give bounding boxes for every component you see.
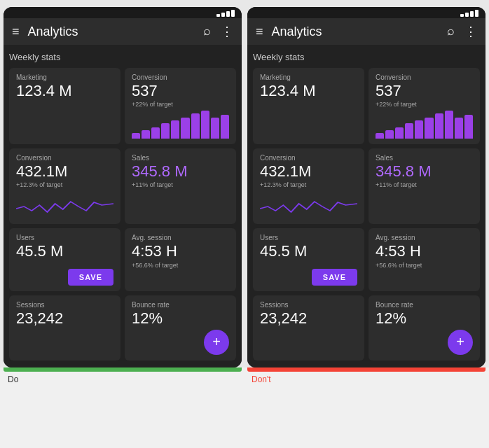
sales-value: 345.8 M: [132, 163, 229, 180]
bar-10-dont: [464, 115, 473, 139]
marketing-label: Marketing: [16, 74, 113, 81]
bar-2-dont: [385, 130, 394, 139]
bar-1-dont: [376, 133, 384, 139]
conversion-main-card-dont: Conversion 432.1M +12.3% of target: [253, 148, 364, 224]
bar-6: [181, 118, 189, 139]
conversion-top-value-dont: 537: [376, 83, 473, 99]
signal-dots-dont: [460, 10, 478, 17]
line-chart-dont: [260, 191, 357, 218]
menu-icon-dont[interactable]: ≡: [256, 24, 263, 39]
bounce-rate-card: Bounce rate 12% +: [125, 295, 236, 360]
more-icon[interactable]: ⋮: [221, 24, 233, 39]
search-icon[interactable]: ⌕: [203, 24, 211, 39]
line-chart: [16, 191, 113, 218]
sales-value-dont: 345.8 M: [376, 163, 473, 180]
signal-dot-1: [460, 14, 464, 17]
search-icon-dont[interactable]: ⌕: [447, 24, 455, 39]
bar-8-dont: [445, 111, 453, 139]
menu-icon[interactable]: ≡: [12, 24, 20, 39]
signal-dot-1: [216, 14, 220, 17]
conversion-main-card: Conversion 432.1M +12.3% of target: [9, 148, 120, 224]
marketing-value-dont: 123.4 M: [260, 83, 357, 99]
toolbar-title-dont: Analytics: [272, 24, 439, 39]
content-dont: Weekly stats Marketing 123.4 M Conversio…: [247, 45, 485, 368]
line-chart-svg: [16, 191, 113, 216]
signal-dots: [216, 10, 235, 17]
bar-5: [171, 120, 179, 139]
bar-8: [201, 111, 209, 139]
users-card: Users 45.5 M SAVE: [9, 228, 120, 290]
sales-label-dont: Sales: [376, 154, 473, 162]
conversion-top-card: Conversion 537 +22% of target: [125, 68, 236, 144]
signal-dot-3: [226, 11, 230, 17]
line-chart-svg-dont: [260, 191, 357, 216]
sessions-value-dont: 23,242: [260, 310, 357, 327]
phone-dont: ≡ Analytics ⌕ ⋮ Weekly stats Marketing 1…: [247, 7, 485, 368]
sessions-label: Sessions: [16, 301, 113, 309]
toolbar-do: ≡ Analytics ⌕ ⋮: [4, 18, 242, 45]
bar-3: [151, 127, 160, 139]
toolbar-icons-dont: ⌕ ⋮: [447, 24, 477, 39]
conversion-main-subtitle-dont: +12.3% of target: [260, 181, 357, 188]
avg-session-subtitle: +56.6% of target: [132, 262, 229, 269]
toolbar-icons: ⌕ ⋮: [203, 24, 233, 39]
conversion-top-value: 537: [132, 83, 229, 99]
bar-3-dont: [395, 127, 404, 139]
main-container: ≡ Analytics ⌕ ⋮ Weekly stats Marketing 1…: [0, 0, 489, 387]
bar-chart: [132, 111, 229, 139]
fab-button[interactable]: +: [204, 330, 229, 355]
avg-session-value: 4:53 H: [132, 243, 229, 260]
conversion-top-label: Conversion: [132, 74, 229, 81]
sales-label: Sales: [132, 154, 229, 162]
phone-do: ≡ Analytics ⌕ ⋮ Weekly stats Marketing 1…: [4, 7, 242, 368]
save-button-dont[interactable]: SAVE: [312, 269, 357, 286]
fab-button-dont[interactable]: +: [448, 330, 473, 355]
avg-session-label: Avg. session: [132, 234, 229, 241]
sessions-label-dont: Sessions: [260, 301, 357, 309]
avg-session-subtitle-dont: +56.6% of target: [376, 262, 473, 269]
users-value: 45.5 M: [16, 243, 113, 260]
sessions-card-dont: Sessions 23,242: [253, 295, 364, 360]
bar-chart-dont: [376, 111, 473, 139]
more-icon-dont[interactable]: ⋮: [464, 24, 477, 39]
bar-4: [161, 123, 170, 139]
bar-9-dont: [455, 118, 463, 139]
save-button[interactable]: SAVE: [68, 269, 113, 286]
avg-session-card-dont: Avg. session 4:53 H +56.6% of target: [369, 228, 480, 290]
users-value-dont: 45.5 M: [260, 243, 357, 260]
do-label: Do: [4, 372, 242, 387]
bar-7-dont: [435, 113, 443, 139]
toolbar-title: Analytics: [28, 24, 195, 39]
bar-4-dont: [405, 123, 413, 139]
stats-grid-dont: Marketing 123.4 M Conversion 537 +22% of…: [253, 68, 480, 360]
signal-dot-3: [470, 11, 474, 17]
bounce-rate-label: Bounce rate: [132, 301, 229, 309]
conversion-main-subtitle: +12.3% of target: [16, 181, 113, 188]
dont-section: Don't: [247, 368, 485, 387]
marketing-card-dont: Marketing 123.4 M: [253, 68, 364, 144]
signal-dot-4: [475, 10, 478, 17]
status-bar-do: [4, 7, 242, 18]
sales-card: Sales 345.8 M +11% of target: [125, 148, 236, 224]
conversion-top-label-dont: Conversion: [376, 74, 473, 81]
do-section: Do: [4, 368, 242, 387]
bar-6-dont: [425, 118, 433, 139]
bar-7: [191, 113, 200, 139]
users-card-dont: Users 45.5 M SAVE: [253, 228, 364, 290]
signal-dot-2: [221, 13, 225, 17]
bounce-rate-value: 12%: [132, 310, 229, 327]
weekly-stats-label: Weekly stats: [9, 52, 236, 62]
conversion-top-subtitle-dont: +22% of target: [376, 101, 473, 108]
sessions-value: 23,242: [16, 310, 113, 327]
conversion-main-label-dont: Conversion: [260, 154, 357, 162]
users-label-dont: Users: [260, 234, 357, 241]
avg-session-value-dont: 4:53 H: [376, 243, 473, 260]
conversion-top-card-dont: Conversion 537 +22% of target: [369, 68, 480, 144]
bounce-rate-value-dont: 12%: [376, 310, 473, 327]
sales-subtitle-dont: +11% of target: [376, 181, 473, 188]
bar-9: [211, 118, 219, 139]
bar-10: [221, 115, 229, 139]
marketing-value: 123.4 M: [16, 83, 113, 99]
bounce-rate-label-dont: Bounce rate: [376, 301, 473, 309]
content-do: Weekly stats Marketing 123.4 M Conversio…: [4, 45, 242, 368]
